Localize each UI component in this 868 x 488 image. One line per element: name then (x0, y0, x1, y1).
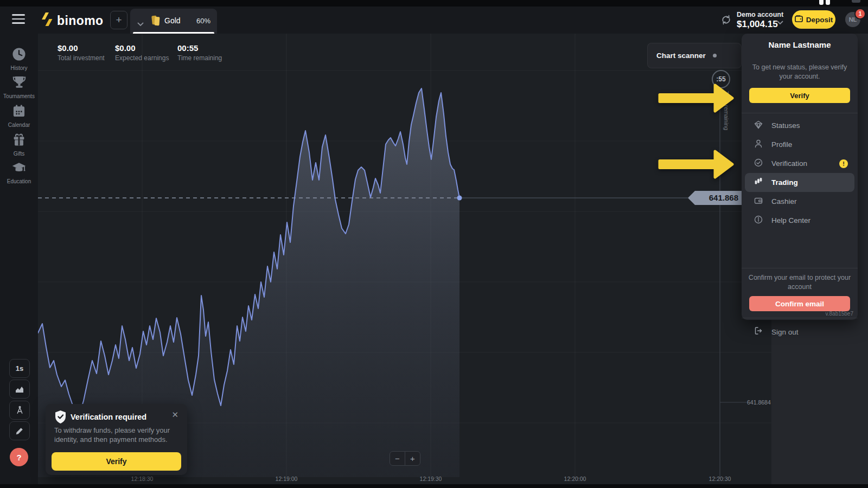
menu-item-verification[interactable]: Verification ! (742, 154, 858, 173)
sidebar-item-label: Gifts (0, 151, 38, 157)
deposit-label: Deposit (806, 16, 833, 24)
time-axis-label: 12:19:00 (276, 476, 298, 482)
stat-total-investment: $0.00 Total investment (58, 43, 105, 62)
hamburger-menu-icon[interactable] (12, 14, 25, 24)
menu-item-profile[interactable]: Profile (742, 135, 858, 154)
sign-out-label: Sign out (771, 328, 799, 336)
account-menu-list: Statuses Profile Verification ! Trading … (742, 116, 858, 230)
stat-value: $0.00 (115, 43, 169, 53)
menu-item-cashier[interactable]: Cashier (742, 192, 858, 211)
left-sidebar: History Tournaments Calendar Gifts Educa… (0, 34, 38, 484)
current-price-tag: 641.868 (688, 191, 743, 205)
calendar-icon (12, 111, 26, 120)
zoom-in-button[interactable]: + (405, 451, 420, 466)
popup-verify-button[interactable]: Verify (52, 452, 181, 471)
zoom-controls: − + (390, 451, 420, 466)
verification-popup: Verification required ✕ To withdraw fund… (46, 404, 187, 475)
asset-name: Gold (164, 16, 181, 25)
active-tab-underline (133, 32, 214, 34)
popup-body: To withdraw funds, please verify your id… (54, 426, 180, 444)
zoom-out-button[interactable]: − (390, 451, 405, 466)
confirm-email-button[interactable]: Confirm email (749, 296, 850, 311)
sign-out-icon (754, 326, 763, 338)
candlestick-chart-icon (754, 177, 763, 189)
pause-icon[interactable] (819, 0, 824, 5)
binomo-logo: binomo (41, 12, 103, 29)
wallet-icon (795, 15, 803, 24)
refresh-balance-icon[interactable] (720, 14, 732, 28)
top-screen-strip (0, 0, 868, 7)
sidebar-item-calendar[interactable]: Calendar (0, 104, 38, 128)
account-balance: $1,004.15 (737, 19, 776, 30)
indicators-button[interactable] (9, 401, 30, 420)
chart-type-button[interactable] (9, 380, 30, 399)
close-icon[interactable]: ✕ (171, 410, 178, 420)
menu-item-label: Trading (771, 178, 798, 187)
info-circle-icon (754, 215, 763, 227)
interval-button[interactable]: 1s (9, 359, 30, 378)
chart-scanner-button[interactable]: Chart scanner (647, 43, 742, 68)
notification-badge: 1 (854, 8, 866, 20)
sidebar-item-label: History (0, 65, 38, 71)
area-chart-icon (15, 385, 24, 394)
account-switcher[interactable]: Demo account $1,004.15 (737, 11, 776, 30)
stat-expected-earnings: $0.00 Expected earnings (115, 43, 169, 62)
verification-alert-badge: ! (839, 159, 848, 168)
sidebar-item-tournaments[interactable]: Tournaments (0, 75, 38, 99)
wallet-icon (754, 196, 763, 208)
binomo-trading-app: $0.00 Total investment $0.00 Expected ea… (0, 0, 868, 488)
menu-item-trading[interactable]: Trading (745, 173, 854, 192)
lightning-bolt-icon (41, 12, 53, 29)
time-axis-label: 12:19:30 (420, 476, 442, 482)
screen-control-icon (852, 0, 860, 3)
app-version: v.8ab15be7 (825, 311, 853, 317)
chevron-down-icon[interactable] (777, 17, 783, 27)
verify-button[interactable]: Verify (749, 88, 850, 103)
asset-payout: 60% (196, 17, 210, 25)
status-dot-icon (713, 54, 717, 57)
asset-tab-gold[interactable]: Gold 60% (130, 9, 217, 34)
stat-time-remaining: 00:55 Time remaining (177, 43, 222, 62)
account-type-label: Demo account (737, 11, 776, 18)
divider (742, 113, 858, 113)
add-asset-tab-button[interactable]: + (110, 11, 127, 29)
chart-scanner-label: Chart scanner (656, 52, 706, 60)
bottom-screen-strip (0, 484, 868, 488)
deposit-button[interactable]: Deposit (792, 10, 835, 29)
top-bar: binomo + Gold 60% Demo (0, 7, 868, 34)
gold-bars-icon (150, 15, 161, 29)
menu-item-help-center[interactable]: Help Center (742, 211, 858, 230)
sidebar-item-gifts[interactable]: Gifts (0, 133, 38, 157)
chevron-down-icon (137, 19, 144, 29)
divider (742, 318, 858, 318)
stat-label: Time remaining (177, 54, 222, 62)
menu-item-label: Cashier (771, 197, 797, 206)
deadline-axis-label: Time remaining (723, 91, 730, 130)
sidebar-item-history[interactable]: History (0, 47, 38, 71)
sign-out-button[interactable]: Sign out (742, 323, 858, 341)
gift-icon (12, 139, 26, 149)
person-icon (754, 139, 763, 151)
pause-icon[interactable] (826, 0, 830, 5)
compass-icon (15, 406, 24, 415)
confirm-email-note: Confirm your email to protect your accou… (748, 273, 851, 291)
menu-item-label: Verification (771, 159, 807, 168)
check-circle-icon (754, 158, 763, 170)
time-axis-label: 12:20:00 (564, 476, 586, 482)
popup-title: Verification required (71, 413, 146, 421)
drawing-tools-button[interactable] (9, 421, 30, 440)
shield-check-icon (54, 410, 67, 426)
brand-name: binomo (57, 14, 103, 28)
time-axis-label: 12:18:30 (131, 476, 154, 482)
menu-item-label: Help Center (771, 216, 810, 224)
menu-item-label: Statuses (771, 121, 800, 130)
account-holder-name: Name Lastname (742, 40, 858, 49)
sidebar-item-education[interactable]: Education (0, 160, 38, 184)
clock-icon (12, 54, 26, 63)
divider (742, 268, 858, 268)
deadline-timer: :55 (712, 70, 730, 88)
stat-label: Total investment (58, 54, 105, 62)
menu-item-statuses[interactable]: Statuses (742, 116, 858, 135)
help-button[interactable]: ? (10, 448, 28, 466)
stat-value: 00:55 (177, 43, 222, 53)
